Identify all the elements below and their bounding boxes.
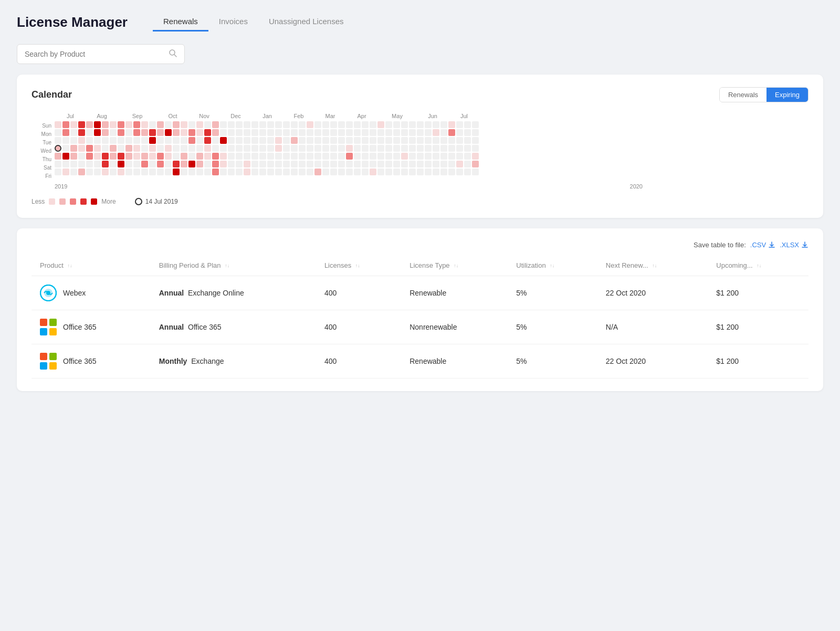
day-cell[interactable] — [330, 137, 337, 144]
day-cell[interactable] — [157, 129, 164, 136]
day-cell[interactable] — [86, 161, 93, 167]
day-cell[interactable] — [236, 161, 243, 167]
day-cell[interactable] — [370, 121, 376, 128]
day-cell[interactable] — [354, 137, 361, 144]
day-cell[interactable] — [62, 137, 69, 144]
day-cell[interactable] — [433, 169, 439, 175]
day-cell[interactable] — [236, 169, 243, 175]
day-cell[interactable] — [330, 153, 337, 160]
day-cell[interactable] — [338, 153, 345, 160]
day-cell[interactable] — [448, 137, 455, 144]
day-cell[interactable] — [346, 153, 353, 160]
day-cell[interactable] — [173, 169, 180, 175]
day-cell[interactable] — [275, 169, 282, 175]
day-cell[interactable] — [314, 153, 321, 160]
day-cell[interactable] — [251, 145, 258, 152]
day-cell[interactable] — [94, 121, 101, 128]
day-cell[interactable] — [259, 161, 266, 167]
day-cell[interactable] — [377, 153, 384, 160]
day-cell[interactable] — [149, 153, 156, 160]
day-cell[interactable] — [125, 145, 132, 152]
day-cell[interactable] — [409, 161, 416, 167]
day-cell[interactable] — [196, 121, 203, 128]
day-cell[interactable] — [448, 129, 455, 136]
day-cell[interactable] — [86, 145, 93, 152]
day-cell[interactable] — [385, 169, 392, 175]
day-cell[interactable] — [244, 145, 250, 152]
day-cell[interactable] — [362, 153, 369, 160]
day-cell[interactable] — [259, 137, 266, 144]
day-cell[interactable] — [55, 121, 61, 128]
day-cell[interactable] — [370, 137, 376, 144]
day-cell[interactable] — [196, 161, 203, 167]
day-cell[interactable] — [456, 161, 463, 167]
day-cell[interactable] — [283, 121, 290, 128]
day-cell[interactable] — [275, 161, 282, 167]
day-cell[interactable] — [346, 145, 353, 152]
day-cell[interactable] — [401, 169, 408, 175]
day-cell[interactable] — [354, 145, 361, 152]
day-cell[interactable] — [86, 121, 93, 128]
day-cell[interactable] — [456, 169, 463, 175]
day-cell[interactable] — [393, 137, 400, 144]
day-cell[interactable] — [322, 121, 329, 128]
day-cell[interactable] — [291, 153, 298, 160]
day-cell[interactable] — [165, 121, 172, 128]
day-cell[interactable] — [86, 129, 93, 136]
day-cell[interactable] — [314, 121, 321, 128]
day-cell[interactable] — [55, 161, 61, 167]
day-cell[interactable] — [141, 137, 148, 144]
day-cell[interactable] — [165, 153, 172, 160]
day-cell[interactable] — [299, 121, 306, 128]
day-cell[interactable] — [401, 129, 408, 136]
day-cell[interactable] — [78, 145, 85, 152]
day-cell[interactable] — [283, 129, 290, 136]
day-cell[interactable] — [141, 145, 148, 152]
col-product[interactable]: Product ↑↓ — [32, 255, 151, 276]
day-cell[interactable] — [362, 121, 369, 128]
day-cell[interactable] — [267, 145, 274, 152]
day-cell[interactable] — [299, 145, 306, 152]
day-cell[interactable] — [220, 153, 227, 160]
day-cell[interactable] — [236, 153, 243, 160]
day-cell[interactable] — [78, 137, 85, 144]
day-cell[interactable] — [236, 137, 243, 144]
day-cell[interactable] — [102, 129, 109, 136]
day-cell[interactable] — [307, 145, 313, 152]
day-cell[interactable] — [62, 161, 69, 167]
day-cell[interactable] — [393, 169, 400, 175]
day-cell[interactable] — [385, 121, 392, 128]
day-cell[interactable] — [212, 153, 219, 160]
day-cell[interactable] — [425, 137, 432, 144]
day-cell[interactable] — [70, 145, 77, 152]
day-cell[interactable] — [259, 169, 266, 175]
day-cell[interactable] — [141, 121, 148, 128]
day-cell[interactable] — [78, 129, 85, 136]
day-cell[interactable] — [307, 137, 313, 144]
day-cell[interactable] — [118, 169, 124, 175]
day-cell[interactable] — [401, 137, 408, 144]
day-cell[interactable] — [275, 121, 282, 128]
day-cell[interactable] — [448, 161, 455, 167]
day-cell[interactable] — [425, 153, 432, 160]
day-cell[interactable] — [346, 137, 353, 144]
day-cell[interactable] — [425, 145, 432, 152]
day-cell[interactable] — [228, 145, 235, 152]
day-cell[interactable] — [86, 153, 93, 160]
day-cell[interactable] — [236, 145, 243, 152]
day-cell[interactable] — [456, 121, 463, 128]
day-cell[interactable] — [330, 121, 337, 128]
day-cell[interactable] — [125, 153, 132, 160]
day-cell[interactable] — [181, 121, 187, 128]
day-cell[interactable] — [212, 161, 219, 167]
day-cell[interactable] — [472, 129, 479, 136]
day-cell[interactable] — [440, 153, 447, 160]
day-cell[interactable] — [165, 137, 172, 144]
day-cell[interactable] — [409, 129, 416, 136]
day-cell[interactable] — [204, 129, 211, 136]
day-cell[interactable] — [322, 169, 329, 175]
day-cell[interactable] — [346, 161, 353, 167]
day-cell[interactable] — [102, 161, 109, 167]
day-cell[interactable] — [173, 161, 180, 167]
day-cell[interactable] — [456, 129, 463, 136]
